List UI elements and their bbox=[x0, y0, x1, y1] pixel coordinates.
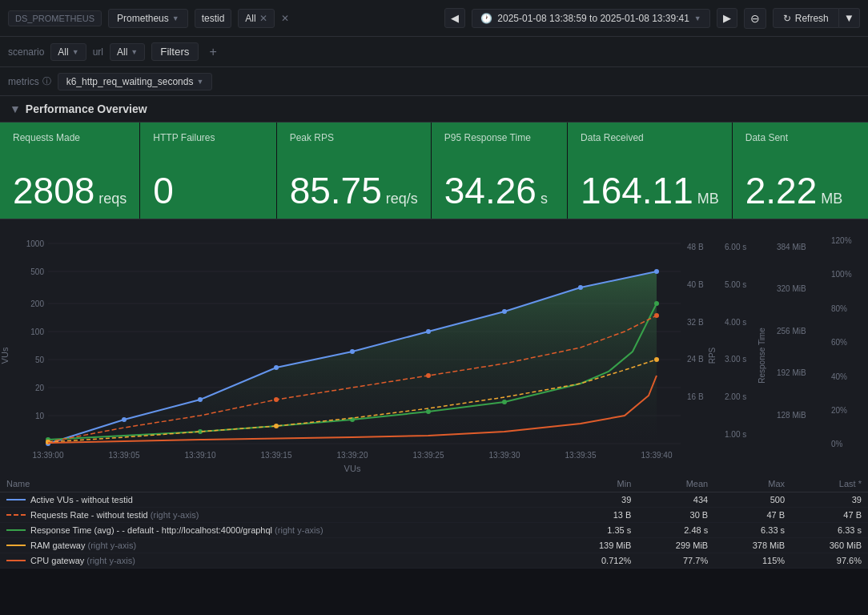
svg-point-31 bbox=[502, 400, 507, 404]
stat-card-data-sent: Data Sent 2.22 MB bbox=[733, 123, 868, 219]
stat-card-value: 164.11 MB bbox=[581, 172, 719, 209]
stat-unit: s bbox=[540, 191, 548, 206]
stat-card-value: 2808 reqs bbox=[13, 172, 127, 209]
all-tag: All ✕ bbox=[238, 9, 274, 28]
series-last: 97.6% bbox=[791, 553, 868, 569]
series-max: 6.33 s bbox=[714, 523, 791, 538]
tag-dismiss-icon[interactable]: ✕ bbox=[281, 13, 289, 24]
stat-card-requests-made: Requests Made 2808 reqs bbox=[0, 123, 140, 219]
svg-point-19 bbox=[122, 417, 127, 422]
svg-point-22 bbox=[350, 349, 355, 354]
metrics-info-icon: ⓘ bbox=[42, 75, 51, 87]
svg-text:13:39:35: 13:39:35 bbox=[565, 451, 597, 460]
series-name-cell: CPU gateway (right y-axis) bbox=[0, 553, 561, 569]
col-name: Name bbox=[0, 476, 561, 492]
series-min: 1.35 s bbox=[561, 523, 637, 538]
svg-text:40%: 40% bbox=[831, 372, 847, 381]
svg-point-26 bbox=[654, 269, 659, 274]
svg-text:3.00 s: 3.00 s bbox=[725, 355, 746, 364]
metrics-dropdown[interactable]: k6_http_req_waiting_seconds ▼ bbox=[58, 73, 213, 90]
svg-text:13:39:10: 13:39:10 bbox=[185, 451, 216, 460]
time-range: 🕐 2025-01-08 13:38:59 to 2025-01-08 13:3… bbox=[472, 9, 709, 28]
svg-point-20 bbox=[198, 397, 203, 402]
svg-point-36 bbox=[654, 313, 659, 318]
time-next-button[interactable]: ▶ bbox=[717, 8, 737, 28]
tag-close-icon[interactable]: ✕ bbox=[259, 13, 267, 24]
svg-point-21 bbox=[274, 365, 279, 370]
top-bar: DS_PROMETHEUS Prometheus ▼ testid All ✕ … bbox=[0, 0, 868, 37]
svg-text:1.00 s: 1.00 s bbox=[725, 430, 746, 439]
svg-text:20: 20 bbox=[35, 384, 45, 392]
col-mean: Mean bbox=[637, 476, 714, 492]
url-select[interactable]: All ▼ bbox=[110, 43, 145, 61]
chevron-down-icon: ▼ bbox=[72, 48, 79, 56]
stat-card-title: HTTP Failures bbox=[153, 132, 263, 143]
series-last: 47 B bbox=[791, 508, 868, 523]
stat-unit: MB bbox=[821, 191, 842, 206]
svg-text:100: 100 bbox=[30, 328, 44, 336]
stat-card-value: 2.22 MB bbox=[745, 172, 855, 209]
series-mean: 2.48 s bbox=[637, 523, 714, 538]
svg-text:13:39:20: 13:39:20 bbox=[337, 451, 368, 460]
series-mean: 299 MiB bbox=[637, 538, 714, 553]
legend-row[interactable]: CPU gateway (right y-axis) 0.712% 77.7% … bbox=[0, 553, 868, 569]
svg-text:13:39:05: 13:39:05 bbox=[109, 451, 140, 460]
stat-card-http-failures: HTTP Failures 0 bbox=[140, 123, 276, 219]
testid-tag: testid bbox=[195, 9, 232, 28]
legend-row[interactable]: Response Time (avg) - - default - http:/… bbox=[0, 523, 868, 538]
stat-card-title: P95 Response Time bbox=[444, 132, 554, 143]
section-header[interactable]: ▼ Performance Overview bbox=[0, 96, 868, 123]
series-last: 6.33 s bbox=[791, 523, 868, 538]
legend-row[interactable]: Requests Rate - without testid (right y-… bbox=[0, 508, 868, 523]
svg-text:10: 10 bbox=[35, 412, 45, 420]
series-axis-label: (right y-axis) bbox=[84, 556, 135, 565]
scenario-label: scenario bbox=[8, 46, 44, 58]
legend-row[interactable]: RAM gateway (right y-axis) 139 MiB 299 M… bbox=[0, 538, 868, 553]
time-prev-button[interactable]: ◀ bbox=[444, 8, 465, 28]
filters-button[interactable]: Filters bbox=[151, 42, 198, 61]
stat-number: 34.26 bbox=[444, 172, 536, 209]
add-filter-button[interactable]: + bbox=[205, 43, 222, 61]
chevron-down-icon: ▼ bbox=[131, 48, 138, 56]
clock-icon: 🕐 bbox=[480, 13, 492, 24]
chart-container: 1000 500 200 100 50 20 10 VUs bbox=[0, 219, 868, 569]
series-mean: 77.7% bbox=[637, 553, 714, 569]
svg-text:100%: 100% bbox=[831, 270, 852, 279]
series-name-cell: Requests Rate - without testid (right y-… bbox=[0, 508, 561, 523]
svg-text:VUs: VUs bbox=[0, 347, 10, 364]
svg-text:200: 200 bbox=[30, 299, 44, 308]
svg-point-24 bbox=[502, 309, 507, 314]
ds-label: DS_PROMETHEUS bbox=[8, 10, 102, 26]
datasource-dropdown[interactable]: Prometheus ▼ bbox=[108, 9, 188, 28]
svg-text:320 MiB: 320 MiB bbox=[777, 284, 806, 293]
zoom-out-button[interactable]: ⊖ bbox=[744, 8, 766, 29]
col-last: Last * bbox=[791, 476, 868, 492]
refresh-button[interactable]: ↻ Refresh bbox=[773, 8, 839, 28]
series-mean: 30 B bbox=[637, 508, 714, 523]
svg-text:40 B: 40 B bbox=[687, 280, 704, 289]
svg-point-39 bbox=[654, 357, 659, 362]
svg-text:32 B: 32 B bbox=[687, 318, 704, 327]
svg-point-23 bbox=[426, 329, 431, 334]
svg-text:13:39:15: 13:39:15 bbox=[261, 451, 292, 460]
url-label: url bbox=[93, 46, 103, 58]
stat-cards: Requests Made 2808 reqs HTTP Failures 0 … bbox=[0, 123, 868, 219]
series-min: 139 MiB bbox=[561, 538, 637, 553]
series-axis-label: (right y-axis) bbox=[272, 525, 323, 535]
svg-text:6.00 s: 6.00 s bbox=[725, 243, 746, 251]
svg-point-30 bbox=[426, 409, 431, 414]
chevron-down-icon: ▼ bbox=[196, 78, 203, 86]
stat-number: 164.11 bbox=[581, 172, 693, 209]
scenario-select[interactable]: All ▼ bbox=[50, 43, 86, 61]
svg-text:13:39:30: 13:39:30 bbox=[489, 451, 520, 460]
stat-card-peak-rps: Peak RPS 85.75 req/s bbox=[277, 123, 432, 219]
stat-unit: MB bbox=[697, 191, 719, 206]
chevron-down-icon: ▼ bbox=[172, 14, 179, 22]
series-max: 378 MiB bbox=[714, 538, 791, 553]
stat-unit: req/s bbox=[386, 191, 418, 206]
svg-text:1000: 1000 bbox=[26, 239, 45, 248]
stat-number: 85.75 bbox=[290, 172, 382, 209]
legend-row[interactable]: Active VUs - without testid 39 434 500 3… bbox=[0, 492, 868, 508]
stat-card-value: 0 bbox=[153, 172, 263, 209]
refresh-dropdown-button[interactable]: ▼ bbox=[839, 8, 860, 28]
